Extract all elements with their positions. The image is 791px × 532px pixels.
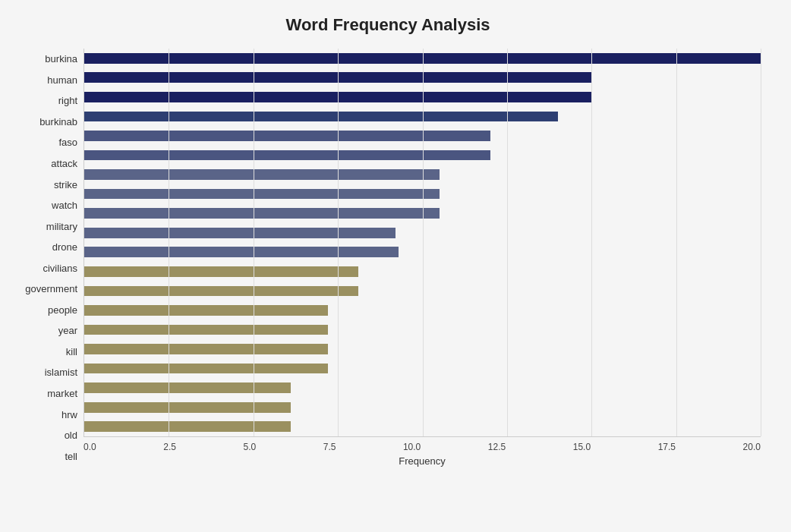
chart-area: burkinahumanrightburkinabfasoattackstrik… — [15, 49, 761, 467]
grid-line — [507, 49, 508, 436]
bar — [84, 421, 291, 432]
bar — [84, 364, 328, 374]
x-tick: 2.5 — [163, 442, 176, 452]
bar — [84, 169, 440, 180]
y-label: watch — [52, 195, 77, 216]
bar — [84, 344, 328, 354]
y-label: government — [25, 279, 77, 300]
x-tick: 0.0 — [84, 442, 96, 452]
bar — [84, 150, 490, 161]
grid-line — [169, 49, 169, 436]
y-labels: burkinahumanrightburkinabfasoattackstrik… — [15, 49, 84, 467]
grid-line — [423, 49, 424, 436]
grid-line — [676, 49, 677, 436]
bar — [84, 208, 440, 219]
y-label: year — [58, 320, 77, 342]
y-label: islamist — [45, 362, 77, 383]
x-tick: 20.0 — [743, 442, 761, 452]
x-tick: 12.5 — [488, 442, 506, 452]
bar — [84, 305, 328, 316]
y-label: kill — [66, 342, 77, 363]
bars-and-xaxis: 0.02.55.07.510.012.515.017.520.0 Frequen… — [84, 49, 761, 467]
y-label: market — [47, 383, 77, 405]
grid-line — [591, 49, 592, 436]
bar — [84, 325, 328, 335]
grid-line — [338, 49, 339, 436]
x-tick: 7.5 — [323, 442, 336, 452]
y-label: attack — [51, 153, 77, 175]
y-label: human — [47, 70, 77, 91]
x-axis-label: Frequency — [84, 455, 761, 467]
x-tick: 17.5 — [658, 442, 676, 452]
y-label: military — [46, 216, 77, 237]
grid-line — [254, 49, 254, 436]
bar — [84, 228, 396, 238]
bar — [84, 112, 558, 122]
x-tick: 15.0 — [573, 442, 591, 452]
y-label: strike — [54, 174, 77, 195]
grid-line — [761, 49, 761, 436]
y-label: drone — [52, 237, 77, 258]
chart-container: Word Frequency Analysis burkinahumanrigh… — [0, 0, 791, 532]
bar — [84, 189, 440, 200]
bar — [84, 131, 490, 141]
y-label: tell — [65, 445, 77, 467]
x-tick: 10.0 — [403, 442, 421, 452]
y-label: right — [58, 90, 77, 112]
y-label: burkinab — [39, 112, 77, 133]
y-label: hrw — [61, 404, 77, 425]
y-label: old — [65, 425, 77, 446]
bars-area — [84, 49, 761, 437]
bar — [84, 247, 399, 257]
y-label: faso — [58, 132, 77, 153]
chart-title: Word Frequency Analysis — [15, 15, 761, 35]
y-label: burkina — [45, 49, 77, 70]
x-axis: 0.02.55.07.510.012.515.017.520.0 — [84, 437, 761, 452]
y-label: people — [48, 300, 77, 321]
y-label: civilians — [43, 257, 77, 279]
bar — [84, 402, 291, 413]
bar — [84, 286, 358, 297]
bar — [84, 382, 291, 393]
x-tick: 5.0 — [243, 442, 256, 452]
bar — [84, 266, 358, 277]
